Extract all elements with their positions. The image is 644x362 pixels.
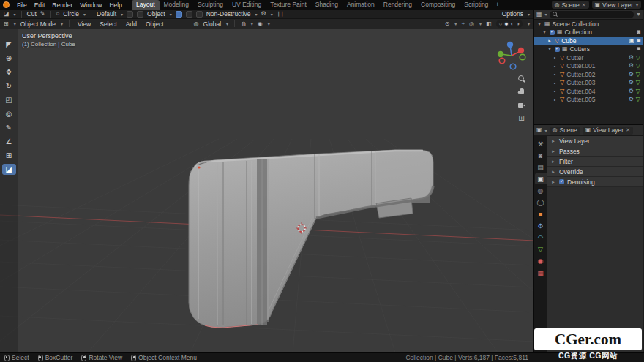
add-cube-tool[interactable]: ⊞	[2, 150, 16, 161]
chevron-down-icon[interactable]: ▾	[528, 12, 530, 17]
outliner-row-cutter-005[interactable]: • ▽ Cutter.005 ⚙ ▽	[534, 96, 643, 105]
chevron-down-icon[interactable]: ▾	[271, 12, 273, 17]
chevron-down-icon[interactable]: ▾	[255, 12, 258, 17]
object-visibility-icon[interactable]: ⊙	[445, 21, 450, 27]
chevron-down-icon[interactable]: ▾	[61, 21, 63, 26]
panel-filter[interactable]: ▸ Filter	[547, 157, 643, 167]
blender-logo-icon[interactable]	[3, 1, 10, 8]
tab-world[interactable]: ◯	[535, 197, 547, 208]
navigation-gizmo[interactable]	[495, 38, 528, 72]
collection-checkbox[interactable]	[550, 30, 555, 35]
tab-object-data[interactable]: ▽	[535, 244, 547, 254]
chevron-down-icon[interactable]: ▾	[528, 21, 530, 26]
show-gizmo-icon[interactable]: +	[461, 21, 465, 27]
panel-denoising[interactable]: ▸ Denoising	[547, 177, 643, 187]
render-visibility-icon[interactable]: ◙	[637, 38, 640, 44]
expand-icon[interactable]: ▾	[536, 21, 542, 27]
collection-checkbox[interactable]	[555, 47, 560, 52]
tab-texture[interactable]: ▦	[535, 267, 547, 278]
cursor-tool[interactable]: ⊕	[2, 53, 16, 64]
menu-render[interactable]: Render	[48, 1, 76, 9]
mode-select[interactable]: Object Mode	[20, 20, 56, 28]
menu-file[interactable]: File	[13, 1, 31, 9]
expand-icon[interactable]: ▸	[550, 159, 556, 165]
outliner-row-cutter-002[interactable]: • ▽ Cutter.002 ⚙ ▽	[534, 70, 643, 79]
zoom-icon[interactable]	[517, 75, 525, 83]
menu-object[interactable]: Object	[143, 20, 166, 28]
tab-scene[interactable]: ◍	[535, 185, 547, 196]
rotate-tool[interactable]: ↻	[2, 80, 16, 91]
tab-modifiers[interactable]: ⚙	[535, 220, 547, 231]
xray-toggle-icon[interactable]: ◧	[486, 21, 492, 27]
chevron-down-icon[interactable]: ▾	[14, 12, 16, 17]
modifier-icon[interactable]: ⚙	[629, 80, 634, 86]
toggle-projection-icon[interactable]: ⊞	[517, 114, 525, 122]
workspace-tab-uv-editing[interactable]: UV Editing	[228, 0, 266, 10]
proportional-edit-icon[interactable]: ◉	[258, 21, 263, 27]
editor-type-icon[interactable]: ⊞	[4, 21, 9, 27]
scale-tool[interactable]: ◰	[2, 94, 16, 105]
workspace-tab-rendering[interactable]: Rendering	[379, 0, 416, 10]
expand-icon[interactable]: ▸	[550, 169, 556, 175]
workspace-tab-sculpting[interactable]: Sculpting	[193, 0, 228, 10]
outliner-row-cutter-003[interactable]: • ▽ Cutter.003 ⚙ ▽	[534, 79, 643, 88]
annotate-tool[interactable]: ✎	[2, 122, 16, 133]
orientation-select[interactable]: Global	[203, 20, 222, 28]
outliner-search-input[interactable]	[550, 11, 634, 18]
viewport-3d[interactable]: ◤ ⊕ ✥ ↻ ◰ ◎ ✎ ∠ ⊞ ◪ User Perspective (1)…	[0, 29, 533, 352]
panel-override[interactable]: ▸ Override	[547, 167, 643, 177]
shading-wireframe-icon[interactable]: ○	[499, 20, 503, 27]
select-box-tool[interactable]: ◤	[2, 39, 16, 50]
outliner-row-cutter[interactable]: • ▽ Cutter ⚙ ▽	[534, 53, 643, 62]
add-workspace-button[interactable]: +	[493, 0, 502, 10]
denoising-checkbox[interactable]	[559, 179, 564, 184]
cut-mode-button[interactable]: Cut	[27, 10, 37, 18]
shape-select[interactable]: Circle	[63, 10, 79, 18]
outliner-row-cutter-001[interactable]: • ▽ Cutter.001 ⚙ ▽	[534, 62, 643, 71]
outliner-row-cutters[interactable]: ▾ ▦ Cutters ◙	[534, 45, 643, 54]
shading-rendered-icon[interactable]: ◑	[516, 20, 520, 27]
expand-icon[interactable]: ▸	[550, 148, 556, 154]
expand-icon[interactable]: ▸	[550, 138, 556, 144]
active-tool-icon[interactable]: ◪	[4, 11, 10, 17]
target-select[interactable]: Object	[147, 10, 165, 18]
outliner-row-cube[interactable]: ▸ ▽ Cube ▣ ◙	[534, 37, 643, 45]
view-layer-selector[interactable]: ▣ View Layer ▾	[592, 1, 641, 9]
menu-help[interactable]: Help	[105, 1, 125, 9]
screen-icon[interactable]: ▣	[629, 38, 635, 44]
behavior-select[interactable]: Non-Destructive	[206, 10, 251, 18]
modifier-icon[interactable]: ⚙	[629, 97, 634, 102]
chevron-down-icon[interactable]: ▾	[454, 21, 457, 26]
toggle-button[interactable]	[186, 11, 192, 18]
modifier-icon[interactable]: ⚙	[629, 88, 634, 94]
pan-hand-icon[interactable]	[517, 88, 525, 96]
tab-physics[interactable]: ◠	[535, 232, 547, 243]
chevron-down-icon[interactable]: ▾	[479, 21, 482, 26]
panel-passes[interactable]: ▸ Passes	[547, 146, 643, 157]
shading-material-icon[interactable]: ◐	[510, 20, 514, 27]
modifier-icon[interactable]: ⚙	[629, 63, 634, 69]
workspace-tab-scripting[interactable]: Scripting	[460, 0, 493, 10]
tab-object[interactable]: ■	[535, 208, 547, 219]
toggle-button[interactable]	[196, 11, 203, 18]
expand-icon[interactable]: ▸	[550, 179, 556, 185]
chevron-down-icon[interactable]: ▾	[251, 21, 253, 26]
expand-icon[interactable]: ▾	[542, 29, 547, 35]
workspace-tab-shading[interactable]: Shading	[311, 0, 342, 10]
tab-output[interactable]: ▤	[535, 162, 547, 173]
toggle-button[interactable]	[127, 11, 133, 18]
workspace-tab-animation[interactable]: Animation	[342, 0, 379, 10]
view-layer-breadcrumb[interactable]: ▣ View Layer ✕	[583, 127, 633, 135]
scene-selector[interactable]: ◍ Scene ✕	[552, 1, 589, 9]
workspace-tab-modeling[interactable]: Modeling	[160, 0, 194, 10]
expand-icon[interactable]: ▸	[547, 38, 553, 44]
outliner-display-mode-icon[interactable]: ▦	[536, 12, 542, 18]
snap-magnet-icon[interactable]: ⋒	[241, 21, 246, 27]
chevron-down-icon[interactable]: ▾	[121, 12, 123, 17]
tab-material[interactable]: ◉	[535, 255, 547, 266]
scene-breadcrumb[interactable]: ◍ Scene	[550, 127, 580, 135]
move-tool[interactable]: ✥	[2, 67, 16, 78]
chevron-down-icon[interactable]: ▾	[545, 12, 547, 17]
mesh-data-icon[interactable]: ▽	[636, 97, 640, 102]
mesh-data-icon[interactable]: ▽	[636, 63, 640, 69]
